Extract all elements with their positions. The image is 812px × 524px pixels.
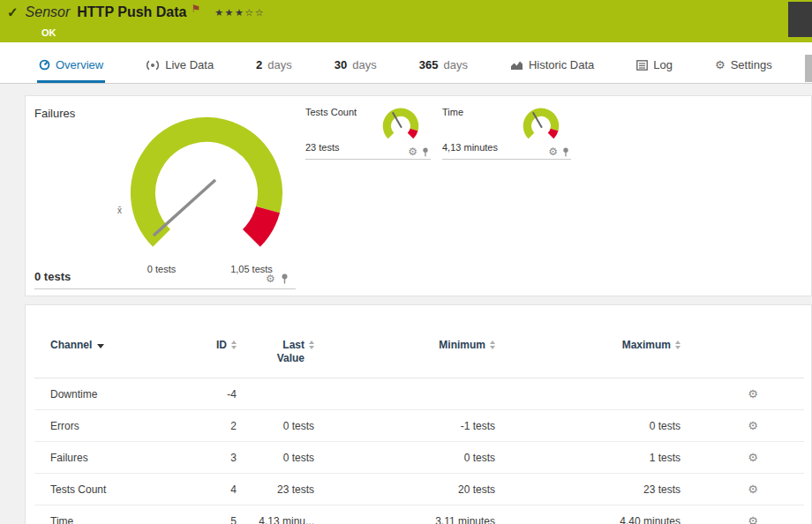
cell-minimum: 20 tests (320, 474, 500, 505)
failures-gauge (114, 105, 299, 273)
tab-365-days[interactable]: 365 days (417, 58, 470, 83)
tab-live-data[interactable]: Live Data (144, 58, 215, 83)
column-header-channel[interactable]: Channel (34, 330, 184, 378)
tab-365-days-label: days (443, 58, 467, 71)
cell-last-value: 4,13 minu... (242, 505, 320, 524)
cell-last-value: 0 tests (242, 442, 320, 474)
header-title-row: ✓ Sensor HTTP Push Data ⚑ ★★★☆☆ (7, 4, 265, 20)
failures-gauge-actions: ⚙ (266, 273, 289, 284)
cell-id: 4 (184, 474, 242, 505)
cell-channel: Tests Count (34, 474, 184, 505)
table-row-tests-count: Tests Count 4 23 tests 20 tests 23 tests… (34, 474, 804, 505)
pin-icon[interactable] (281, 273, 289, 284)
log-list-icon (636, 60, 648, 71)
tab-settings[interactable]: ⚙ Settings (713, 58, 774, 83)
tests-count-actions: ⚙ (408, 146, 429, 157)
tab-bar: Overview Live Data 2 days 30 days 365 da… (0, 42, 812, 84)
historic-chart-icon (510, 60, 523, 71)
cell-minimum: 3,11 minutes (320, 505, 500, 524)
gear-icon[interactable]: ⚙ (408, 146, 417, 157)
tab-2-days-label: days (267, 58, 291, 71)
tabs-overflow-edge[interactable] (805, 55, 812, 82)
tab-settings-label: Settings (731, 58, 772, 71)
cell-maximum: 4,40 minutes (500, 505, 686, 524)
column-header-maximum[interactable]: Maximum (500, 330, 686, 378)
channel-settings-gear-icon[interactable]: ⚙ (748, 419, 758, 432)
column-header-minimum[interactable]: Minimum (320, 330, 500, 378)
pin-icon[interactable] (562, 147, 569, 157)
tab-log-label: Log (653, 58, 673, 71)
channels-table: Channel ID Last Value Minimum Maximum (34, 330, 804, 524)
cell-id: -4 (184, 378, 242, 410)
failures-current-value: 0 tests (34, 270, 71, 283)
sensor-title: HTTP Push Data (77, 4, 186, 20)
time-value: 4,13 minutes (442, 142, 498, 153)
tab-live-data-label: Live Data (165, 58, 214, 71)
tab-overview[interactable]: Overview (37, 58, 105, 83)
cell-last-value: 0 tests (242, 410, 320, 442)
tab-overview-label: Overview (56, 58, 103, 71)
cell-last-value (242, 378, 320, 410)
sort-icon (675, 341, 680, 349)
overview-gauge-icon (39, 59, 50, 71)
cell-channel: Failures (34, 442, 184, 474)
sort-icon (309, 341, 314, 349)
cell-id: 5 (184, 505, 242, 524)
gauge-scale-min: 0 tests (126, 264, 197, 274)
sensor-page: ✓ Sensor HTTP Push Data ⚑ ★★★☆☆ OK Overv… (0, 0, 812, 524)
cell-minimum (320, 378, 500, 410)
cell-maximum: 23 tests (500, 474, 686, 505)
cell-channel: Time (34, 505, 184, 524)
time-gauge (516, 105, 566, 146)
tests-count-mini-gauge: Tests Count 23 tests ⚙ (305, 103, 431, 160)
pin-icon[interactable] (422, 147, 429, 157)
gauge-mean-marker: x̄ (117, 206, 122, 215)
cell-last-value: 23 tests (242, 474, 320, 505)
tab-30-days-number: 30 (335, 58, 347, 71)
status-check-icon: ✓ (7, 4, 19, 20)
tab-historic-data-label: Historic Data (529, 58, 594, 71)
channels-panel: Channel ID Last Value Minimum Maximum (25, 304, 812, 524)
sort-icon (490, 341, 495, 349)
cell-maximum (500, 378, 686, 410)
tests-count-value: 23 tests (305, 142, 340, 153)
cell-channel: Downtime (34, 378, 184, 410)
tests-count-gauge (376, 105, 425, 146)
channel-settings-gear-icon[interactable]: ⚙ (748, 483, 758, 496)
channel-settings-gear-icon[interactable]: ⚙ (748, 451, 758, 464)
priority-flag-icon[interactable]: ⚑ (191, 3, 200, 15)
channel-settings-gear-icon[interactable]: ⚙ (748, 514, 758, 524)
channel-settings-gear-icon[interactable]: ⚙ (748, 387, 758, 400)
table-row-failures: Failures 3 0 tests 0 tests 1 tests ⚙ (34, 442, 804, 474)
table-row-errors: Errors 2 0 tests -1 tests 0 tests ⚙ (34, 410, 804, 442)
star-rating[interactable]: ★★★☆☆ (214, 7, 265, 19)
tab-30-days-label: days (352, 58, 376, 71)
tab-log[interactable]: Log (635, 58, 674, 83)
status-badge: OK (41, 27, 56, 38)
cell-maximum: 1 tests (500, 442, 686, 474)
cell-id: 2 (184, 410, 242, 442)
cell-maximum: 0 tests (500, 410, 686, 442)
sensor-kind-label: Sensor (26, 4, 71, 20)
table-row-time: Time 5 4,13 minu... 3,11 minutes 4,40 mi… (34, 505, 804, 524)
column-header-id[interactable]: ID (184, 330, 242, 378)
column-header-actions (686, 330, 804, 378)
sort-icon (231, 341, 237, 349)
gauge-needle (154, 180, 215, 236)
tab-2-days[interactable]: 2 days (254, 58, 294, 83)
settings-gear-icon: ⚙ (715, 58, 726, 71)
gear-icon[interactable]: ⚙ (266, 273, 275, 284)
table-row-downtime: Downtime -4 ⚙ (34, 378, 804, 410)
tab-365-days-number: 365 (419, 58, 439, 71)
table-header-row: Channel ID Last Value Minimum Maximum (34, 330, 804, 378)
column-header-last-value[interactable]: Last Value (242, 330, 320, 378)
tab-2-days-number: 2 (256, 58, 262, 71)
header-menu-button[interactable] (788, 2, 812, 37)
gear-icon[interactable]: ⚙ (548, 146, 558, 157)
tab-historic-data[interactable]: Historic Data (508, 58, 596, 83)
cell-minimum: 0 tests (320, 442, 500, 474)
failures-gauge-divider (34, 288, 296, 289)
cell-id: 3 (184, 442, 242, 474)
tab-30-days[interactable]: 30 days (333, 58, 379, 83)
gauge-arc-red (252, 210, 268, 238)
